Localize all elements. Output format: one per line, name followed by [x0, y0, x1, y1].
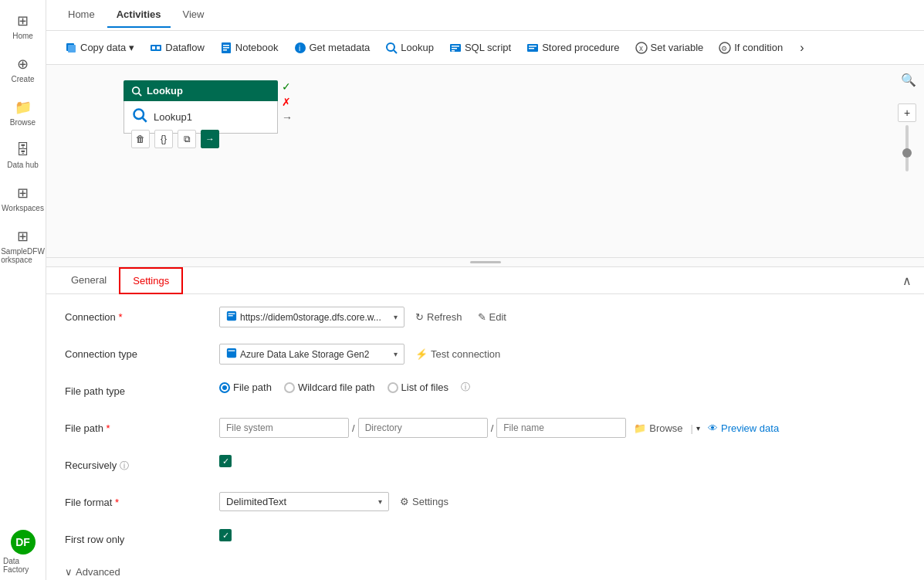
lookup-label: Lookup — [401, 42, 434, 53]
svg-rect-4 — [157, 46, 160, 49]
get-metadata-button[interactable]: i Get metadata — [288, 39, 377, 57]
recursively-info[interactable]: ⓘ — [120, 460, 129, 471]
first-row-only-row: First row only ✓ — [65, 529, 905, 554]
code-ctrl-btn[interactable]: {} — [154, 130, 173, 148]
browse-chevron[interactable]: ▾ — [696, 424, 700, 432]
file-format-dropdown[interactable]: DelimitedText ▾ — [219, 492, 389, 511]
dataflow-button[interactable]: Dataflow — [144, 39, 211, 57]
sidebar-item-browse[interactable]: 📁 Browse — [0, 93, 46, 133]
main-content: Home Activities View Copy data ▾ Dataflo… — [46, 0, 924, 580]
settings-collapse-btn[interactable]: ∧ — [902, 273, 912, 288]
edit-button[interactable]: ✎ Edit — [473, 308, 511, 326]
home-icon: ⊞ — [17, 12, 29, 29]
set-variable-icon: x — [635, 42, 648, 54]
status-arrow-icon: → — [282, 111, 293, 124]
delete-ctrl-btn[interactable]: 🗑 — [131, 130, 150, 148]
toolbar: Copy data ▾ Dataflow Notebook i Get meta… — [46, 31, 924, 65]
notebook-button[interactable]: Notebook — [214, 39, 285, 57]
file-path-type-info[interactable]: ⓘ — [461, 381, 470, 394]
copy-data-button[interactable]: Copy data ▾ — [59, 39, 140, 57]
browse-icon: 📁 — [15, 99, 32, 116]
lookup-icon — [385, 42, 398, 54]
svg-line-27 — [143, 118, 147, 122]
connection-dropdown[interactable]: https://didem0storage.dfs.core.w... ▾ — [219, 307, 404, 327]
sidebar-item-sampleDFW[interactable]: ⊞ SampleDFW orkspace — [0, 222, 46, 270]
svg-rect-16 — [452, 50, 455, 52]
first-row-only-checkbox[interactable]: ✓ — [219, 529, 232, 541]
radio-label-file-path: File path — [233, 382, 272, 393]
svg-text:x: x — [639, 44, 643, 53]
canvas-search-btn[interactable]: 🔍 — [901, 73, 916, 87]
nav-tab-activities[interactable]: Activities — [107, 2, 171, 28]
preview-data-button[interactable]: 👁 Preview data — [703, 419, 784, 437]
svg-text:i: i — [299, 44, 300, 53]
file-format-row: File format * DelimitedText ▾ ⚙ Settings — [65, 492, 905, 517]
stored-procedure-icon — [526, 42, 539, 54]
get-metadata-icon: i — [294, 42, 306, 54]
canvas-area: Lookup Lookup1 ✓ ✗ → 🗑 {} ⧉ — [46, 65, 924, 580]
radio-wildcard[interactable]: Wildcard file path — [284, 382, 375, 393]
toolbar-more-button[interactable]: › — [794, 38, 810, 58]
if-condition-button[interactable]: ⚙ If condition — [712, 39, 789, 57]
nav-tab-home[interactable]: Home — [59, 2, 104, 28]
settings-content: Connection * https://didem0storage.dfs.c… — [46, 294, 924, 580]
divider-line — [470, 261, 501, 263]
zoom-plus-btn[interactable]: + — [898, 103, 916, 122]
file-path-label: File path * — [65, 418, 219, 434]
svg-rect-18 — [529, 46, 536, 47]
lookup-button[interactable]: Lookup — [379, 39, 440, 57]
zoom-handle — [902, 148, 912, 158]
sql-script-button[interactable]: SQL script — [443, 39, 517, 57]
sidebar-item-home[interactable]: ⊞ Home — [0, 6, 46, 46]
connection-type-dropdown[interactable]: Azure Data Lake Storage Gen2 ▾ — [219, 344, 404, 365]
sidebar-item-workspaces[interactable]: ⊞ Workspaces — [0, 178, 46, 219]
stored-procedure-label: Stored procedure — [542, 42, 619, 53]
lookup-title: Lookup — [147, 85, 183, 97]
advanced-toggle[interactable]: ∨ Advanced — [65, 566, 905, 578]
svg-rect-15 — [452, 48, 457, 49]
tab-settings[interactable]: Settings — [119, 267, 183, 294]
refresh-button[interactable]: ↻ Refresh — [411, 308, 467, 326]
radio-dot-file-path — [222, 385, 227, 390]
file-format-required: * — [115, 497, 119, 508]
radio-list-of-files[interactable]: List of files — [388, 382, 448, 393]
radio-file-path[interactable]: File path — [219, 382, 272, 393]
radio-circle-file-path — [219, 382, 230, 393]
copy-ctrl-btn[interactable]: ⧉ — [178, 130, 196, 148]
workspaces-icon: ⊞ — [17, 185, 29, 202]
svg-rect-29 — [228, 314, 235, 314]
file-format-label: File format * — [65, 492, 219, 508]
radio-circle-wildcard — [284, 382, 295, 393]
test-connection-button[interactable]: ⚡ Test connection — [411, 345, 505, 363]
sidebar-item-create[interactable]: ⊕ Create — [0, 49, 46, 90]
lookup-body-icon — [132, 107, 147, 127]
recursively-row: Recursively ⓘ ✓ — [65, 455, 905, 480]
lookup-node-name: Lookup1 — [154, 111, 192, 123]
sidebar-item-label: Home — [12, 32, 33, 40]
sampleDFW-icon: ⊞ — [17, 228, 29, 245]
datafactory-icon-text: DF — [15, 536, 30, 548]
zoom-slider[interactable] — [905, 125, 909, 171]
run-ctrl-btn[interactable]: → — [201, 130, 219, 148]
set-variable-button[interactable]: x Set variable — [629, 39, 710, 57]
svg-line-25 — [139, 93, 142, 96]
filename-input[interactable] — [496, 418, 626, 438]
directory-input[interactable] — [358, 418, 488, 438]
sidebar-item-datafactory[interactable]: DF Data Factory — [0, 524, 46, 580]
test-connection-icon: ⚡ — [415, 348, 428, 360]
stored-procedure-button[interactable]: Stored procedure — [520, 39, 625, 57]
tab-general[interactable]: General — [59, 268, 119, 293]
file-path-inputs: / / 📁 Browse | ▾ 👁 — [219, 418, 784, 438]
nav-tab-view[interactable]: View — [174, 2, 214, 28]
if-condition-icon: ⚙ — [719, 42, 731, 54]
recursively-checkbox[interactable]: ✓ — [219, 455, 232, 467]
file-system-input[interactable] — [219, 418, 349, 438]
sidebar-item-datahub[interactable]: 🗄 Data hub — [0, 136, 46, 175]
browse-button[interactable]: 📁 Browse — [629, 419, 687, 437]
create-icon: ⊕ — [17, 56, 29, 73]
file-format-settings-btn[interactable]: ⚙ Settings — [395, 493, 453, 510]
settings-tabs: General Settings ∧ — [46, 267, 924, 294]
file-format-arrow: ▾ — [378, 497, 382, 506]
notebook-label: Notebook — [235, 42, 279, 53]
datafactory-icon: DF — [11, 530, 36, 555]
